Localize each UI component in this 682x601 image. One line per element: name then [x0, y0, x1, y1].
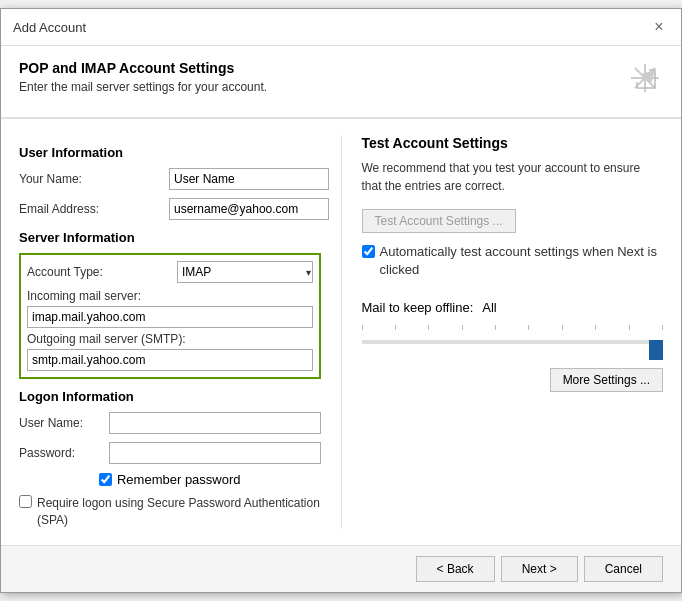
footer: < Back Next > Cancel [1, 545, 681, 592]
account-type-select-wrapper: IMAP POP3 ▾ [177, 261, 313, 283]
dialog-title: Add Account [13, 20, 86, 35]
server-info-label: Server Information [19, 230, 321, 245]
logon-info-label: Logon Information [19, 389, 321, 404]
email-address-input[interactable] [169, 198, 329, 220]
remember-password-label: Remember password [117, 472, 241, 487]
outgoing-mail-input[interactable] [27, 349, 313, 371]
incoming-mail-input[interactable] [27, 306, 313, 328]
spa-label: Require logon using Secure Password Auth… [37, 495, 321, 529]
account-type-select[interactable]: IMAP POP3 [177, 261, 313, 283]
your-name-row: Your Name: [19, 168, 321, 190]
mail-keep-offline-row: Mail to keep offline: All [362, 300, 664, 315]
email-address-label: Email Address: [19, 202, 169, 216]
server-info-box: Account Type: IMAP POP3 ▾ Incoming mail … [19, 253, 321, 379]
cursor-icon [627, 60, 663, 103]
logon-username-label: User Name: [19, 416, 109, 430]
outgoing-mail-row: Outgoing mail server (SMTP): [27, 332, 313, 371]
mail-keep-offline-value: All [482, 300, 496, 315]
slider-container [362, 325, 664, 348]
account-type-row: Account Type: IMAP POP3 ▾ [27, 261, 313, 283]
close-button[interactable]: × [649, 17, 669, 37]
incoming-mail-row: Incoming mail server: [27, 289, 313, 332]
remember-password-row: Remember password [19, 472, 321, 487]
user-info-label: User Information [19, 145, 321, 160]
right-panel: Test Account Settings We recommend that … [341, 135, 664, 529]
cancel-button[interactable]: Cancel [584, 556, 663, 582]
next-button[interactable]: Next > [501, 556, 578, 582]
remember-password-checkbox[interactable] [99, 473, 112, 486]
auto-test-label: Automatically test account settings when… [380, 243, 664, 279]
test-account-settings-button[interactable]: Test Account Settings ... [362, 209, 516, 233]
mail-keep-offline-label: Mail to keep offline: [362, 300, 474, 315]
password-input[interactable] [109, 442, 321, 464]
your-name-input[interactable] [169, 168, 329, 190]
account-type-label: Account Type: [27, 265, 177, 279]
main-content: User Information Your Name: Email Addres… [1, 119, 681, 545]
add-account-dialog: Add Account × POP and IMAP Account Setti… [0, 8, 682, 593]
spa-checkbox[interactable] [19, 495, 32, 508]
more-settings-area: More Settings ... [362, 358, 664, 392]
slider-section: Mail to keep offline: All [362, 300, 664, 392]
test-settings-desc: We recommend that you test your account … [362, 159, 664, 195]
auto-test-row: Automatically test account settings when… [362, 243, 664, 279]
header-section: POP and IMAP Account Settings Enter the … [1, 46, 681, 118]
email-address-row: Email Address: [19, 198, 321, 220]
outgoing-mail-label: Outgoing mail server (SMTP): [27, 332, 313, 346]
back-button[interactable]: < Back [416, 556, 495, 582]
incoming-mail-label: Incoming mail server: [27, 289, 313, 303]
header-title: POP and IMAP Account Settings [19, 60, 267, 76]
slider-ticks [362, 325, 664, 330]
password-row: Password: [19, 442, 321, 464]
more-settings-button[interactable]: More Settings ... [550, 368, 663, 392]
title-bar: Add Account × [1, 9, 681, 46]
logon-username-input[interactable] [109, 412, 321, 434]
left-panel: User Information Your Name: Email Addres… [19, 135, 321, 529]
offline-mail-slider[interactable] [362, 340, 664, 344]
header-subtitle: Enter the mail server settings for your … [19, 80, 267, 94]
auto-test-checkbox[interactable] [362, 245, 375, 258]
logon-username-row: User Name: [19, 412, 321, 434]
your-name-label: Your Name: [19, 172, 169, 186]
test-settings-title: Test Account Settings [362, 135, 664, 151]
password-label: Password: [19, 446, 109, 460]
spa-row: Require logon using Secure Password Auth… [19, 495, 321, 529]
